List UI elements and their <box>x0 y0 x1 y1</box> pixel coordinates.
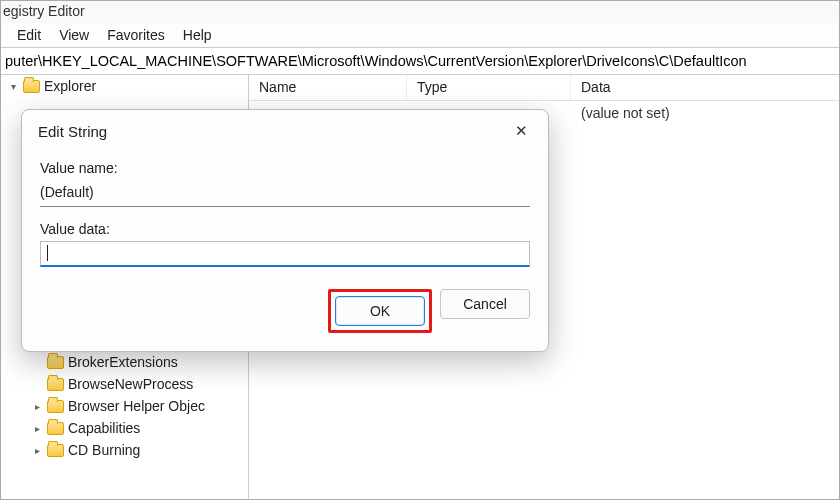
tree-label: Capabilities <box>68 420 140 436</box>
chevron-right-icon: ▸ <box>31 401 43 412</box>
ok-button[interactable]: OK <box>335 296 425 326</box>
tree-item[interactable]: ▸ Capabilities <box>1 417 248 439</box>
close-icon[interactable]: ✕ <box>509 120 534 142</box>
column-header-name[interactable]: Name <box>249 75 407 100</box>
tree-label: Browser Helper Objec <box>68 398 205 414</box>
chevron-right-icon: ▸ <box>31 445 43 456</box>
tree-item[interactable]: BrowseNewProcess <box>1 373 248 395</box>
cancel-button[interactable]: Cancel <box>440 289 530 319</box>
value-data-input[interactable] <box>40 241 530 267</box>
menu-edit[interactable]: Edit <box>17 27 41 43</box>
folder-icon <box>47 378 64 391</box>
list-header: Name Type Data <box>249 75 839 101</box>
cell-data: (value not set) <box>571 103 839 123</box>
address-bar[interactable]: puter\HKEY_LOCAL_MACHINE\SOFTWARE\Micros… <box>1 47 839 75</box>
tree-item[interactable]: BrokerExtensions <box>1 351 248 373</box>
window-title: egistry Editor <box>1 3 85 19</box>
tree-item[interactable]: ▸ Browser Helper Objec <box>1 395 248 417</box>
menu-help[interactable]: Help <box>183 27 212 43</box>
folder-icon <box>47 400 64 413</box>
address-path: puter\HKEY_LOCAL_MACHINE\SOFTWARE\Micros… <box>5 53 747 69</box>
tree-item-explorer[interactable]: ▾ Explorer <box>1 75 248 97</box>
chevron-right-icon: ▸ <box>31 423 43 434</box>
folder-icon <box>47 444 64 457</box>
value-data-label: Value data: <box>40 221 530 237</box>
dialog-title: Edit String <box>38 123 107 140</box>
value-name-label: Value name: <box>40 160 530 176</box>
tree-label: BrokerExtensions <box>68 354 178 370</box>
tree-label: Explorer <box>44 78 96 94</box>
menu-favorites[interactable]: Favorites <box>107 27 165 43</box>
folder-icon <box>47 422 64 435</box>
column-header-data[interactable]: Data <box>571 75 839 100</box>
annotation-highlight: OK <box>328 289 432 333</box>
window-titlebar: egistry Editor <box>1 1 839 23</box>
dialog-button-row: OK Cancel <box>40 289 530 333</box>
folder-icon <box>23 80 40 93</box>
menu-bar: Edit View Favorites Help <box>1 23 839 47</box>
tree-item[interactable]: ▸ CD Burning <box>1 439 248 461</box>
dialog-titlebar: Edit String ✕ <box>22 110 548 148</box>
folder-icon <box>47 356 64 369</box>
tree-label: BrowseNewProcess <box>68 376 193 392</box>
value-name-field[interactable]: (Default) <box>40 180 530 207</box>
tree-label: CD Burning <box>68 442 140 458</box>
menu-view[interactable]: View <box>59 27 89 43</box>
chevron-down-icon: ▾ <box>7 81 19 92</box>
edit-string-dialog: Edit String ✕ Value name: (Default) Valu… <box>21 109 549 352</box>
column-header-type[interactable]: Type <box>407 75 571 100</box>
